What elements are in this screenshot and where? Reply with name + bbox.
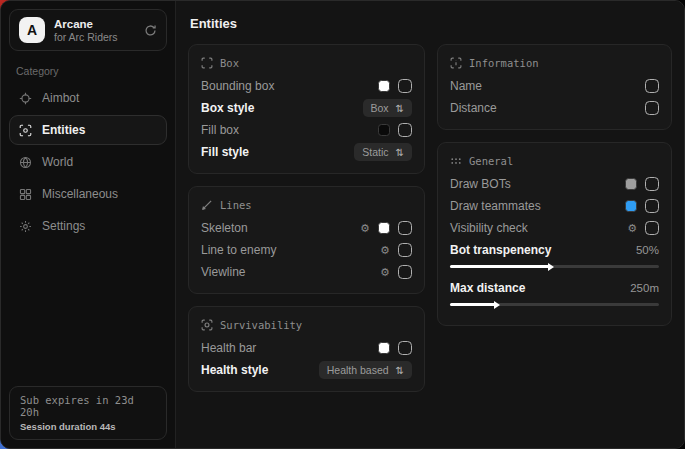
setting-row-fill-box: Fill box	[201, 119, 412, 141]
row-config-gear-icon[interactable]: ⚙	[627, 223, 637, 234]
row-config-gear-icon[interactable]: ⚙	[380, 245, 390, 256]
setting-label: Visibility check	[450, 221, 528, 235]
checkbox[interactable]	[645, 79, 659, 93]
sidebar-item-world[interactable]: World	[9, 147, 167, 177]
globe-icon	[19, 156, 32, 169]
slider-value: 250m	[630, 282, 659, 294]
panel-lines: Lines Skeleton ⚙ Line to enemy	[188, 186, 425, 294]
desktop-background: A Arcane for Arc Riders Category Ai	[0, 0, 685, 449]
checkbox[interactable]	[645, 177, 659, 191]
setting-row-draw-bots: Draw BOTs	[450, 173, 659, 195]
sidebar-item-entities[interactable]: Entities	[9, 115, 167, 145]
setting-label: Bot transpenency	[450, 243, 551, 257]
session-duration-text: Session duration 44s	[20, 421, 156, 432]
setting-label: Name	[450, 79, 482, 93]
color-swatch[interactable]	[625, 178, 637, 190]
category-label: Category	[16, 65, 167, 77]
gear-icon	[19, 220, 32, 233]
sidebar-item-label: World	[42, 155, 73, 169]
setting-label: Draw teammates	[450, 199, 541, 213]
checkbox[interactable]	[398, 341, 412, 355]
checkbox[interactable]	[398, 79, 412, 93]
color-swatch[interactable]	[378, 342, 390, 354]
target-icon	[201, 319, 213, 331]
grid-icon	[19, 188, 32, 201]
setting-label: Bounding box	[201, 79, 274, 93]
checkbox[interactable]	[398, 243, 412, 257]
sidebar: A Arcane for Arc Riders Category Ai	[1, 1, 176, 448]
setting-row-bot-transparency: Bot transpenency 50%	[450, 239, 659, 261]
brand-text: Arcane for Arc Riders	[54, 18, 144, 43]
setting-label: Health style	[201, 363, 268, 377]
app-title: Arcane	[54, 18, 144, 30]
slider-thumb[interactable]	[494, 301, 500, 309]
setting-row-bounding-box: Bounding box	[201, 75, 412, 97]
sidebar-item-settings[interactable]: Settings	[9, 211, 167, 241]
checkbox[interactable]	[398, 221, 412, 235]
checkbox[interactable]	[645, 199, 659, 213]
slider-value: 50%	[636, 244, 659, 256]
bot-transparency-slider[interactable]	[450, 265, 659, 268]
select-value: Static	[362, 146, 388, 158]
color-swatch[interactable]	[378, 124, 390, 136]
setting-row-health-bar: Health bar	[201, 337, 412, 359]
slider-fill	[450, 303, 496, 306]
app-subtitle: for Arc Riders	[54, 31, 144, 43]
checkbox[interactable]	[645, 101, 659, 115]
setting-label: Distance	[450, 101, 497, 115]
panel-title: Box	[220, 57, 239, 69]
arcane-window: A Arcane for Arc Riders Category Ai	[0, 0, 685, 449]
slider-fill	[450, 265, 550, 268]
sidebar-item-label: Miscellaneous	[42, 187, 118, 201]
setting-row-viewline: Viewline ⚙	[201, 261, 412, 283]
panel-title: Lines	[220, 199, 252, 211]
sub-expires-text: Sub expires in 23d 20h	[20, 394, 156, 418]
setting-label: Fill style	[201, 145, 249, 159]
setting-row-draw-teammates: Draw teammates	[450, 195, 659, 217]
setting-label: Skeleton	[201, 221, 248, 235]
setting-label: Fill box	[201, 123, 239, 137]
setting-label: Max distance	[450, 281, 525, 295]
panel-general: General Draw BOTs Draw teammates	[437, 142, 672, 326]
sidebar-item-aimbot[interactable]: Aimbot	[9, 83, 167, 113]
sort-arrows-icon: ⇅	[396, 365, 404, 376]
panel-box: Box Bounding box Box style	[188, 44, 425, 174]
row-config-gear-icon[interactable]: ⚙	[360, 223, 370, 234]
panel-information: Information Name Distance	[437, 44, 672, 130]
app-avatar: A	[19, 17, 45, 43]
setting-label: Draw BOTs	[450, 177, 511, 191]
panel-title: General	[469, 155, 513, 167]
row-config-gear-icon[interactable]: ⚙	[380, 267, 390, 278]
checkbox[interactable]	[645, 221, 659, 235]
max-distance-slider[interactable]	[450, 303, 659, 306]
select-value: Box	[371, 102, 389, 114]
setting-label: Viewline	[201, 265, 245, 279]
slider-thumb[interactable]	[548, 263, 554, 271]
color-swatch[interactable]	[378, 80, 390, 92]
brand-card: A Arcane for Arc Riders	[9, 9, 167, 51]
subscription-card: Sub expires in 23d 20h Session duration …	[9, 386, 167, 440]
setting-row-visibility-check: Visibility check ⚙	[450, 217, 659, 239]
setting-row-skeleton: Skeleton ⚙	[201, 217, 412, 239]
diagonal-line-icon	[201, 199, 213, 211]
fill-style-select[interactable]: Static ⇅	[354, 143, 412, 161]
box-style-select[interactable]: Box ⇅	[363, 99, 412, 117]
health-style-select[interactable]: Health based ⇅	[319, 361, 412, 379]
checkbox[interactable]	[398, 265, 412, 279]
sidebar-item-label: Aimbot	[42, 91, 79, 105]
panel-title: Survivability	[220, 319, 302, 331]
setting-label: Health bar	[201, 341, 256, 355]
checkbox[interactable]	[398, 123, 412, 137]
select-value: Health based	[327, 364, 389, 376]
panel-survivability: Survivability Health bar Health style	[188, 306, 425, 392]
sync-icon[interactable]	[144, 24, 157, 37]
setting-row-max-distance: Max distance 250m	[450, 277, 659, 299]
sort-arrows-icon: ⇅	[396, 147, 404, 158]
setting-label: Box style	[201, 101, 254, 115]
page-title: Entities	[190, 16, 672, 31]
color-swatch[interactable]	[378, 222, 390, 234]
info-scan-icon	[450, 57, 462, 69]
setting-row-health-style: Health style Health based ⇅	[201, 359, 412, 381]
sidebar-item-miscellaneous[interactable]: Miscellaneous	[9, 179, 167, 209]
color-swatch[interactable]	[625, 200, 637, 212]
